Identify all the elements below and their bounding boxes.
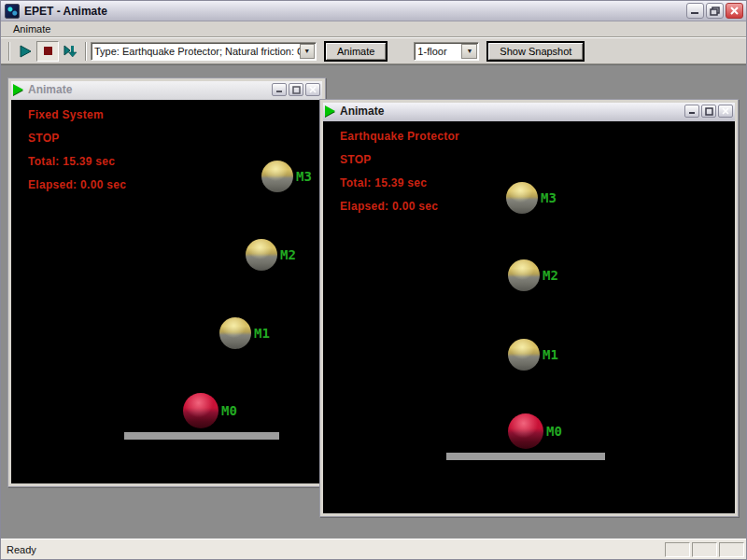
elapsed-time: Elapsed: 0.00 sec bbox=[340, 200, 459, 213]
type-select-value: Type: Earthquake Protector; Natural fric… bbox=[92, 46, 300, 57]
minimize-icon bbox=[688, 107, 697, 115]
simulation-status-text: Earthquake Protector STOP Total: 15.39 s… bbox=[340, 130, 459, 223]
chevron-down-icon[interactable]: ▼ bbox=[461, 44, 477, 59]
animate-window-protector: Animate Earthquake Protector STOP Total:… bbox=[319, 99, 739, 517]
menu-animate[interactable]: Animate bbox=[8, 22, 55, 35]
chevron-down-icon[interactable]: ▼ bbox=[300, 44, 315, 59]
maximize-button[interactable] bbox=[289, 83, 303, 96]
animate-window-icon bbox=[13, 84, 23, 95]
mass-ball-m3 bbox=[261, 161, 293, 192]
minimize-button[interactable] bbox=[272, 83, 287, 96]
app-window: EPET - Animate Animate bbox=[0, 0, 747, 560]
minimize-icon bbox=[690, 7, 700, 15]
floor-select-value: 1-floor bbox=[415, 46, 461, 57]
window-controls bbox=[686, 3, 743, 19]
menubar: Animate bbox=[1, 21, 746, 37]
mass-label-m2: M2 bbox=[280, 247, 296, 262]
elapsed-time: Elapsed: 0.00 sec bbox=[28, 178, 126, 191]
maximize-icon bbox=[705, 107, 713, 116]
status-message: Ready bbox=[7, 544, 663, 555]
toolbar-separator bbox=[8, 42, 10, 61]
restore-button[interactable] bbox=[706, 3, 724, 19]
mass-ball-m2 bbox=[508, 259, 540, 291]
mass-ball-m1 bbox=[219, 317, 251, 349]
status-panel bbox=[665, 542, 690, 557]
show-snapshot-button[interactable]: Show Snapshot bbox=[486, 41, 585, 62]
minimize-button[interactable] bbox=[686, 3, 704, 19]
close-icon bbox=[722, 107, 729, 115]
mass-ball-m0 bbox=[508, 413, 543, 449]
statusbar: Ready bbox=[1, 539, 746, 559]
child-titlebar[interactable]: Animate bbox=[323, 103, 735, 121]
stop-icon bbox=[44, 47, 52, 55]
step-down-icon bbox=[63, 44, 78, 58]
mass-label-m0: M0 bbox=[221, 403, 237, 418]
maximize-icon bbox=[292, 86, 301, 94]
child-window-title: Animate bbox=[340, 105, 683, 118]
mass-ball-m0 bbox=[183, 393, 218, 428]
play-button[interactable] bbox=[14, 41, 36, 62]
status-panel bbox=[719, 542, 744, 557]
system-name: Fixed System bbox=[28, 108, 126, 121]
toolbar-separator bbox=[85, 42, 87, 61]
mass-ball-m1 bbox=[508, 339, 540, 371]
animate-window-fixed: Animate Fixed System STOP Total: 15.39 s… bbox=[7, 77, 326, 487]
simulation-canvas-protector: Earthquake Protector STOP Total: 15.39 s… bbox=[323, 121, 735, 513]
window-title: EPET - Animate bbox=[24, 5, 686, 18]
system-name: Earthquake Protector bbox=[340, 130, 459, 143]
mass-ball-m3 bbox=[506, 182, 538, 214]
play-icon bbox=[19, 45, 32, 58]
close-button[interactable] bbox=[726, 3, 743, 19]
mdi-client-area: Animate Fixed System STOP Total: 15.39 s… bbox=[1, 64, 746, 539]
close-button[interactable] bbox=[305, 83, 320, 96]
platform-bar bbox=[124, 432, 279, 440]
animate-button[interactable]: Animate bbox=[324, 41, 388, 62]
minimize-icon bbox=[275, 86, 284, 93]
mass-label-m3: M3 bbox=[541, 190, 557, 205]
mass-label-m1: M1 bbox=[543, 347, 558, 362]
close-icon bbox=[309, 86, 317, 93]
platform-bar bbox=[446, 453, 605, 460]
run-state: STOP bbox=[28, 132, 126, 145]
maximize-button[interactable] bbox=[701, 105, 716, 118]
mass-ball-m2 bbox=[246, 239, 277, 271]
close-icon bbox=[730, 7, 739, 15]
mass-label-m3: M3 bbox=[296, 169, 312, 184]
step-button[interactable] bbox=[59, 41, 81, 62]
restore-icon bbox=[710, 7, 720, 16]
type-select[interactable]: Type: Earthquake Protector; Natural fric… bbox=[91, 42, 317, 61]
simulation-canvas-fixed: Fixed System STOP Total: 15.39 sec Elaps… bbox=[11, 100, 322, 483]
animate-window-icon bbox=[325, 105, 335, 117]
run-state: STOP bbox=[340, 153, 459, 166]
app-icon bbox=[5, 4, 20, 19]
minimize-button[interactable] bbox=[684, 105, 699, 118]
titlebar[interactable]: EPET - Animate bbox=[1, 1, 746, 21]
total-time: Total: 15.39 sec bbox=[28, 155, 126, 168]
total-time: Total: 15.39 sec bbox=[340, 176, 459, 189]
status-panel bbox=[692, 542, 717, 557]
stop-button[interactable] bbox=[36, 41, 59, 62]
close-button[interactable] bbox=[718, 105, 733, 118]
mass-label-m0: M0 bbox=[546, 424, 562, 439]
child-titlebar[interactable]: Animate bbox=[11, 81, 322, 100]
mass-label-m2: M2 bbox=[543, 268, 558, 283]
mass-label-m1: M1 bbox=[254, 326, 270, 341]
floor-select[interactable]: 1-floor ▼ bbox=[414, 42, 479, 61]
child-window-title: Animate bbox=[28, 83, 270, 96]
toolbar: Type: Earthquake Protector; Natural fric… bbox=[1, 37, 746, 64]
simulation-status-text: Fixed System STOP Total: 15.39 sec Elaps… bbox=[28, 108, 126, 202]
